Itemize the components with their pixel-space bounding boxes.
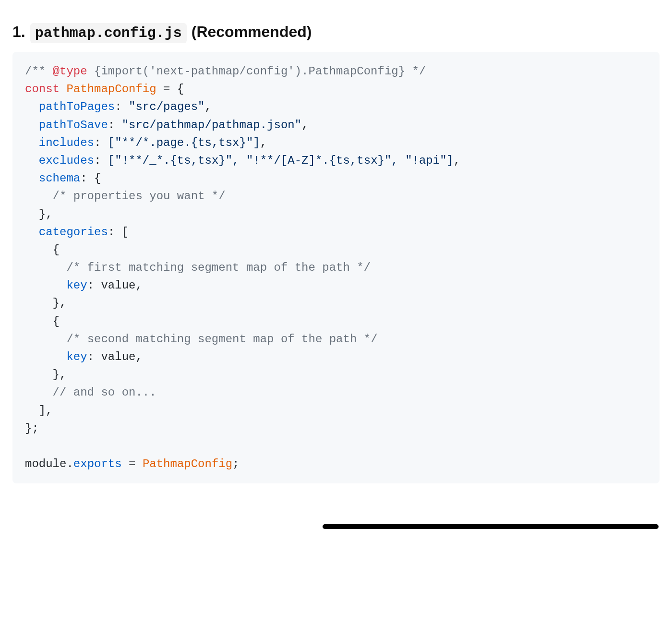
code-line: categories: [ — [25, 226, 129, 239]
code-line: ], — [25, 404, 53, 417]
code-line: }, — [25, 368, 66, 381]
code-line: /* properties you want */ — [25, 190, 226, 203]
code-line: key: value, — [25, 279, 143, 292]
code-line: }, — [25, 297, 66, 310]
heading-filename: pathmap.config.js — [30, 23, 187, 43]
code-line: { — [25, 315, 60, 328]
code-line: // and so on... — [25, 386, 156, 399]
code-line: /** @type {import('next-pathmap/config')… — [25, 65, 426, 78]
document-page: 1. pathmap.config.js (Recommended) /** @… — [0, 0, 672, 625]
section-heading: 1. pathmap.config.js (Recommended) — [12, 23, 660, 43]
code-line: schema: { — [25, 172, 101, 185]
code-line: /* second matching segment map of the pa… — [25, 333, 378, 346]
code-block[interactable]: /** @type {import('next-pathmap/config')… — [12, 52, 660, 483]
code-line: }, — [25, 208, 53, 221]
code-line: pathToPages: "src/pages", — [25, 100, 212, 113]
heading-number: 1. — [12, 23, 25, 41]
code-line: key: value, — [25, 350, 143, 363]
code-line: pathToSave: "src/pathmap/pathmap.json", — [25, 119, 309, 132]
code-line: module.exports = PathmapConfig; — [25, 457, 240, 470]
code-line: /* first matching segment map of the pat… — [25, 261, 371, 274]
code-line: includes: ["**/*.page.{ts,tsx}"], — [25, 136, 267, 149]
heading-annotation: (Recommended) — [192, 23, 312, 41]
code-line: }; — [25, 422, 39, 435]
code-line: const PathmapConfig = { — [25, 83, 184, 96]
code-line: { — [25, 243, 60, 256]
horizontal-scrollbar[interactable] — [323, 524, 659, 529]
code-line: excludes: ["!**/_*.{ts,tsx}", "!**/[A-Z]… — [25, 154, 460, 167]
